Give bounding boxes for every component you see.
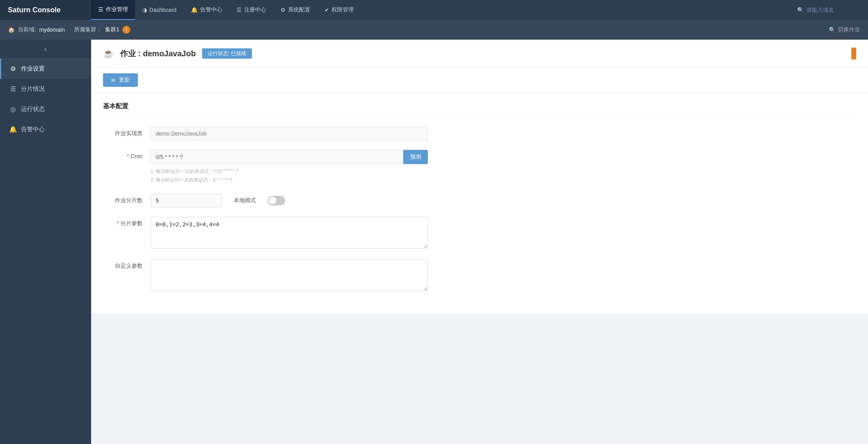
nav-item-job-manage[interactable]: ☰ 作业管理 (91, 0, 135, 20)
layout: ‹ ⚙ 作业设置 ☰ 分片情况 ◎ 运行状态 🔔 告警中心 ☕ 作业 : dem… (0, 40, 868, 444)
shard-params-control: 0=0,1=2,2=3,3=4,4=4 (151, 217, 428, 250)
collapse-icon: ‹ (44, 44, 47, 54)
status-badge: 运行状态: 已就绪 (202, 48, 252, 59)
local-mode-toggle[interactable] (268, 196, 285, 205)
nav-label-permission: 权限管理 (332, 6, 354, 13)
cron-control: 预测 1. 每10秒运行一次的表达式：*/10 * * * * ? 2. 每小时… (151, 150, 428, 184)
nav-label-alert: 告警中心 (200, 6, 222, 13)
shard-and-toggle-row: ▲ ▼ 本地模式 (151, 194, 428, 207)
switch-job-label: 切换作业 (838, 26, 860, 33)
nav-label-dashboard: Dashboard (149, 7, 177, 13)
nav-icon-system: ⚙ (280, 7, 286, 13)
cron-input-group: 预测 (151, 150, 428, 164)
nav-label-registry: 注册中心 (244, 6, 266, 13)
form-row-custom-params: 自定义参数 (103, 259, 856, 292)
update-button[interactable]: ≋ 更新 (103, 73, 138, 87)
search-icon: 🔍 (797, 7, 804, 13)
search-input[interactable] (806, 7, 862, 13)
orange-indicator (851, 48, 856, 59)
nav-item-system-config[interactable]: ⚙ 系统配置 (273, 0, 317, 20)
shard-count-input-wrap: ▲ ▼ (151, 194, 222, 207)
nav-label-job-manage: 作业管理 (106, 6, 128, 13)
sidebar-label-run-status: 运行状态 (21, 105, 45, 113)
nav-icon-alert: 🔔 (191, 7, 198, 13)
job-type-icon: ☕ (103, 48, 114, 59)
warning-icon[interactable]: ! (122, 26, 130, 34)
form-section: 基本配置 作业实现类 Cron 预测 1. 每10秒运行一次的表达式：*/10 (91, 93, 868, 314)
custom-params-textarea[interactable] (151, 259, 428, 291)
job-class-control (151, 127, 428, 140)
bell-icon: 🔔 (9, 126, 17, 133)
brand: Saturn Console (0, 0, 91, 20)
custom-params-control (151, 259, 428, 292)
form-row-job-class: 作业实现类 (103, 127, 856, 140)
domain-bar: 🏠 当前域: mydomain 所属集群： 集群1 ! 🔍 切换作业 (0, 20, 868, 40)
local-mode-label: 本地模式 (234, 197, 256, 204)
cron-label: Cron (103, 150, 143, 159)
job-class-input[interactable] (151, 127, 428, 140)
sidebar: ‹ ⚙ 作业设置 ☰ 分片情况 ◎ 运行状态 🔔 告警中心 (0, 40, 91, 444)
job-class-label: 作业实现类 (103, 127, 143, 137)
home-icon: 🏠 (8, 27, 15, 33)
domain-info: 🏠 当前域: mydomain 所属集群： 集群1 ! (8, 26, 130, 34)
toggle-thumb (269, 197, 277, 205)
main-content: ☕ 作业 : demoJavaJob 运行状态: 已就绪 ≋ 更新 基本配置 作… (91, 40, 868, 444)
shard-count-control: ▲ ▼ 本地模式 (151, 194, 428, 207)
top-nav: Saturn Console ☰ 作业管理 ◑ Dashboard 🔔 告警中心… (0, 0, 868, 20)
custom-params-label: 自定义参数 (103, 259, 143, 270)
page-title: 作业 : demoJavaJob (120, 48, 196, 59)
switch-job[interactable]: 🔍 切换作业 (829, 26, 860, 33)
predict-button[interactable]: 预测 (403, 150, 428, 164)
cron-hint-1: 1. 每10秒运行一次的表达式：*/10 * * * * ? (151, 167, 428, 176)
nav-icon-dashboard: ◑ (142, 7, 147, 13)
toggle-track (268, 196, 285, 205)
sidebar-label-shard-status: 分片情况 (21, 85, 45, 93)
gear-icon: ⚙ (9, 65, 17, 73)
cluster-name: 集群1 (105, 26, 119, 33)
shard-count-label: 作业分片数 (103, 194, 143, 204)
update-label: 更新 (119, 77, 130, 84)
nav-search: 🔍 (791, 7, 868, 13)
sidebar-item-run-status[interactable]: ◎ 运行状态 (0, 99, 91, 119)
shard-count-input[interactable] (151, 194, 222, 207)
cluster-label: 所属集群： (74, 26, 102, 33)
toolbar: ≋ 更新 (91, 68, 868, 93)
brand-text: Saturn Console (8, 6, 61, 14)
cron-input[interactable] (151, 150, 403, 164)
job-name: demoJavaJob (143, 49, 196, 58)
search-icon-small: 🔍 (829, 27, 836, 33)
nav-items: ☰ 作业管理 ◑ Dashboard 🔔 告警中心 ☰ 注册中心 ⚙ 系统配置 … (91, 0, 791, 20)
sidebar-item-shard-status[interactable]: ☰ 分片情况 (0, 79, 91, 99)
sidebar-label-job-settings: 作业设置 (21, 65, 45, 73)
nav-item-permission[interactable]: ✔ 权限管理 (317, 0, 361, 20)
nav-icon-job-manage: ☰ (98, 6, 103, 13)
cron-hints: 1. 每10秒运行一次的表达式：*/10 * * * * ? 2. 每小时运行一… (151, 167, 428, 184)
title-prefix: 作业 : (120, 49, 143, 58)
list-icon: ☰ (9, 85, 17, 93)
section-title: 基本配置 (103, 102, 856, 116)
nav-item-registry[interactable]: ☰ 注册中心 (229, 0, 273, 20)
form-row-shard-params: 分片参数 0=0,1=2,2=3,3=4,4=4 (103, 217, 856, 250)
sidebar-item-alert[interactable]: 🔔 告警中心 (0, 119, 91, 140)
nav-label-system: 系统配置 (288, 6, 310, 13)
current-domain-label: 当前域: (18, 26, 36, 33)
update-icon: ≋ (111, 77, 116, 83)
shard-params-label: 分片参数 (103, 217, 143, 227)
circle-icon: ◎ (9, 105, 17, 113)
shard-params-textarea[interactable]: 0=0,1=2,2=3,3=4,4=4 (151, 217, 428, 249)
nav-icon-registry: ☰ (237, 7, 242, 13)
nav-item-dashboard[interactable]: ◑ Dashboard (135, 0, 184, 20)
sidebar-label-alert: 告警中心 (21, 126, 45, 133)
cron-hint-2: 2. 每小时运行一次的表达式：0 * * * * ? (151, 176, 428, 185)
form-row-cron: Cron 预测 1. 每10秒运行一次的表达式：*/10 * * * * ? 2… (103, 150, 856, 184)
sidebar-item-job-settings[interactable]: ⚙ 作业设置 (0, 59, 91, 79)
sidebar-collapse-btn[interactable]: ‹ (0, 40, 91, 59)
page-header: ☕ 作业 : demoJavaJob 运行状态: 已就绪 (91, 40, 868, 68)
nav-icon-permission: ✔ (324, 7, 329, 13)
domain-name: mydomain (39, 27, 65, 33)
form-row-shard: 作业分片数 ▲ ▼ 本地模式 (103, 194, 856, 207)
nav-item-alert-center[interactable]: 🔔 告警中心 (184, 0, 229, 20)
